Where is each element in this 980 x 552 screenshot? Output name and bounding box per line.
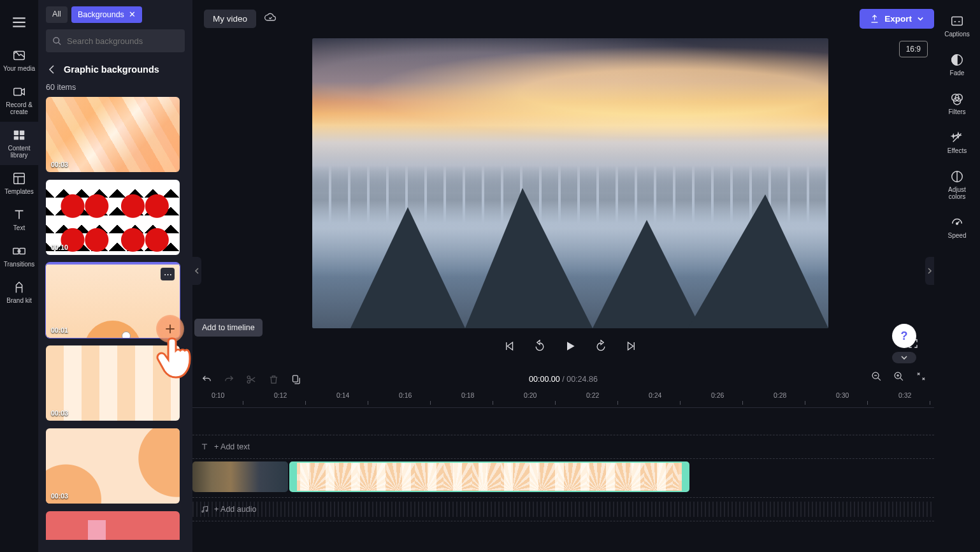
text-track[interactable]: + Add text	[192, 435, 934, 459]
music-icon	[200, 505, 209, 514]
project-title[interactable]: My video	[204, 10, 256, 28]
tool-speed[interactable]: Speed	[934, 208, 980, 247]
svg-rect-4	[14, 89, 22, 96]
audio-track[interactable]: + Add audio	[192, 497, 934, 521]
duration-badge: 00:01	[51, 326, 68, 334]
ruler-tick: 0:26	[711, 391, 724, 399]
ruler-tick: 0:28	[774, 391, 786, 399]
left-nav-rail: Your media Record & create Content libra…	[0, 0, 38, 552]
svg-point-36	[206, 510, 207, 511]
export-button[interactable]: Export	[860, 9, 934, 29]
timeline-clip-selected[interactable]: || ||	[289, 461, 689, 492]
nav-label: Your media	[3, 65, 35, 72]
nav-label: Brand kit	[6, 297, 31, 304]
tool-filters[interactable]: Filters	[934, 84, 980, 123]
thumbnail-item[interactable]	[46, 511, 180, 540]
svg-rect-9	[14, 173, 25, 184]
collapse-right-handle[interactable]	[925, 257, 934, 285]
ruler-tick: 0:16	[399, 391, 412, 399]
skip-back-icon[interactable]	[504, 340, 515, 352]
back-icon[interactable]	[46, 64, 57, 75]
content-library-panel: All Backgrounds ✕ Graphic backgrounds 60…	[38, 0, 192, 552]
scrub-handle[interactable]	[122, 331, 131, 338]
nav-label: Record & create	[6, 101, 32, 115]
menu-icon[interactable]	[11, 14, 27, 31]
nav-templates[interactable]: Templates	[0, 165, 38, 201]
video-preview[interactable]	[312, 38, 828, 328]
svg-rect-5	[14, 131, 18, 135]
fit-icon[interactable]	[916, 371, 926, 382]
add-audio-hint[interactable]: + Add audio	[200, 505, 256, 514]
ruler-tick: 0:24	[649, 391, 661, 399]
thumbnail-item[interactable]: 00:10	[46, 180, 180, 255]
right-tools-rail: Captions Fade Filters Effects Adjust col…	[934, 0, 980, 552]
tool-captions[interactable]: Captions	[934, 6, 980, 45]
video-track[interactable]: || ||	[192, 460, 934, 493]
timeline-ruler[interactable]: 0:100:120:140:160:180:200:220:240:260:28…	[192, 391, 934, 408]
top-bar: My video Export	[204, 8, 934, 29]
search-input[interactable]	[46, 29, 185, 52]
clip-handle-right[interactable]: ||	[679, 463, 682, 491]
nav-your-media[interactable]: Your media	[0, 42, 38, 78]
skip-forward-icon[interactable]	[625, 340, 637, 352]
playback-controls	[312, 335, 828, 358]
svg-line-32	[900, 378, 903, 381]
svg-point-24	[956, 222, 958, 224]
tool-adjust-colors[interactable]: Adjust colors	[934, 162, 980, 208]
play-icon[interactable]	[564, 340, 577, 352]
svg-point-35	[202, 511, 203, 512]
ruler-tick: 0:32	[898, 391, 911, 399]
search-icon	[52, 36, 62, 46]
nav-brand-kit[interactable]: Brand kit	[0, 274, 38, 310]
duration-badge: 00:10	[51, 243, 68, 251]
panel-title: Graphic backgrounds	[64, 64, 159, 75]
more-icon[interactable]: ⋯	[161, 268, 175, 280]
tool-effects[interactable]: Effects	[934, 123, 980, 162]
timeline-clip[interactable]	[192, 461, 288, 492]
chip-backgrounds[interactable]: Backgrounds ✕	[71, 6, 142, 23]
redo-icon[interactable]	[224, 374, 234, 385]
chip-all[interactable]: All	[46, 6, 68, 23]
svg-line-15	[58, 42, 61, 45]
tool-fade[interactable]: Fade	[934, 45, 980, 84]
thumbnail-item[interactable]: 00:03	[46, 428, 180, 504]
undo-icon[interactable]	[201, 374, 212, 385]
thumbnail-item[interactable]: 00:03	[46, 345, 180, 421]
zoom-in-icon[interactable]	[893, 371, 904, 382]
ruler-tick: 0:12	[274, 391, 287, 399]
help-expand[interactable]	[892, 352, 916, 363]
duration-badge: 00:03	[51, 409, 68, 417]
add-text-hint[interactable]: + Add text	[200, 442, 250, 451]
collapse-panel-handle[interactable]	[192, 257, 201, 285]
search-field[interactable]	[67, 36, 178, 46]
forward-10-icon[interactable]	[594, 340, 607, 352]
aspect-ratio-button[interactable]: 16:9	[899, 41, 928, 57]
chevron-down-icon	[917, 15, 924, 22]
nav-label: Templates	[4, 188, 34, 195]
split-icon[interactable]	[246, 374, 257, 385]
svg-rect-6	[20, 131, 24, 135]
upload-icon	[870, 14, 879, 24]
close-icon[interactable]: ✕	[129, 10, 136, 19]
nav-text[interactable]: Text	[0, 201, 38, 238]
svg-rect-27	[293, 375, 298, 382]
thumbnail-item[interactable]: 00:03	[46, 97, 180, 172]
waveform-placeholder	[192, 502, 934, 517]
duration-badge: 00:03	[51, 492, 68, 500]
export-label: Export	[884, 14, 912, 24]
delete-icon[interactable]	[268, 374, 279, 385]
duplicate-icon[interactable]	[291, 374, 301, 385]
nav-transitions[interactable]: Transitions	[0, 238, 38, 274]
nav-content-library[interactable]: Content library	[0, 122, 38, 165]
add-to-timeline-button[interactable]	[156, 315, 184, 343]
svg-rect-7	[14, 136, 18, 140]
text-icon	[200, 442, 209, 451]
ruler-tick: 0:20	[524, 391, 537, 399]
help-button[interactable]: ?	[892, 324, 916, 348]
rewind-10-icon[interactable]	[533, 340, 546, 352]
svg-rect-18	[952, 17, 963, 25]
zoom-out-icon[interactable]	[871, 371, 882, 382]
cloud-sync-icon[interactable]	[264, 11, 277, 26]
nav-record-create[interactable]: Record & create	[0, 78, 38, 122]
ruler-tick: 0:18	[461, 391, 474, 399]
